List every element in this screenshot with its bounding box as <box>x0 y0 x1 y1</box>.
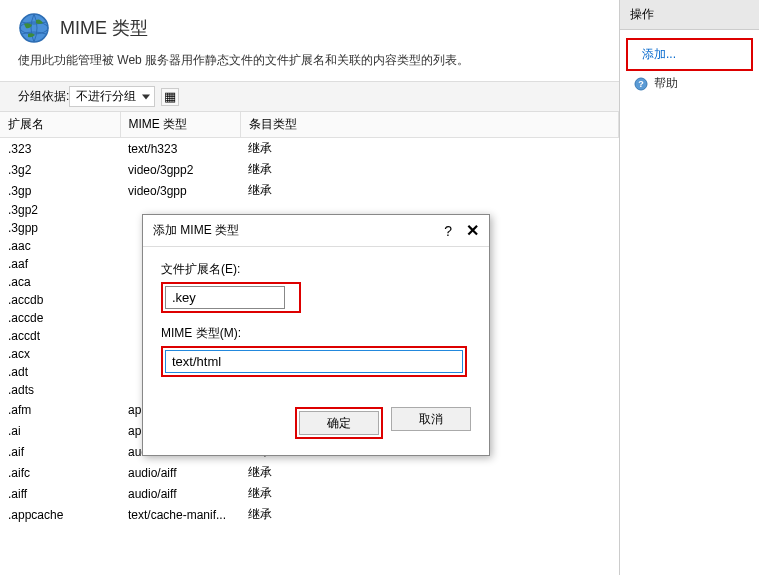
highlight-add: 添加... <box>626 38 753 71</box>
cell-mime: text/h323 <box>120 138 240 160</box>
highlight-mime-input <box>161 346 467 377</box>
cell-ext: .aif <box>0 441 120 462</box>
cell-ext: .accdt <box>0 327 120 345</box>
extension-input[interactable] <box>165 286 285 309</box>
cell-ext: .aiff <box>0 483 120 504</box>
cell-ext: .aifc <box>0 462 120 483</box>
cell-ext: .3gp2 <box>0 201 120 219</box>
cancel-button[interactable]: 取消 <box>391 407 471 431</box>
cell-ext: .afm <box>0 399 120 420</box>
table-row[interactable]: .323text/h323继承 <box>0 138 619 160</box>
table-row[interactable]: .3gpvideo/3gpp继承 <box>0 180 619 201</box>
cell-ext: .aac <box>0 237 120 255</box>
dialog-body: 文件扩展名(E): MIME 类型(M): <box>143 247 489 407</box>
table-row[interactable]: .aiffaudio/aiff继承 <box>0 483 619 504</box>
close-icon[interactable]: ✕ <box>466 221 479 240</box>
mimetype-input[interactable] <box>165 350 463 373</box>
add-action-label: 添加... <box>642 46 676 63</box>
col-entrytype[interactable]: 条目类型 <box>240 112 619 138</box>
cell-ext: .appcache <box>0 504 120 525</box>
cell-mime: audio/aiff <box>120 483 240 504</box>
svg-text:?: ? <box>638 79 644 89</box>
table-row[interactable]: .appcachetext/cache-manif...继承 <box>0 504 619 525</box>
cell-ext: .3g2 <box>0 159 120 180</box>
help-action-link[interactable]: ? 帮助 <box>626 71 753 96</box>
cell-ext: .adts <box>0 381 120 399</box>
page-description: 使用此功能管理被 Web 服务器用作静态文件的文件扩展名和关联的内容类型的列表。 <box>0 52 619 81</box>
cell-ext: .aaf <box>0 255 120 273</box>
dialog-titlebar[interactable]: 添加 MIME 类型 ? ✕ <box>143 215 489 247</box>
ext-field-label: 文件扩展名(E): <box>161 261 471 278</box>
actions-panel: 操作 添加... ? 帮助 <box>620 0 759 575</box>
actions-group: 添加... ? 帮助 <box>620 30 759 104</box>
dialog-controls: ? ✕ <box>444 221 479 240</box>
highlight-ok: 确定 <box>295 407 383 439</box>
help-icon: ? <box>634 77 648 91</box>
cell-entry: 继承 <box>240 180 619 201</box>
table-row[interactable]: .3g2video/3gpp2继承 <box>0 159 619 180</box>
add-mime-dialog: 添加 MIME 类型 ? ✕ 文件扩展名(E): MIME 类型(M): 确定 … <box>142 214 490 456</box>
page-title: MIME 类型 <box>60 16 148 40</box>
cell-mime: video/3gpp2 <box>120 159 240 180</box>
cell-entry: 继承 <box>240 138 619 160</box>
groupby-toolbar: 分组依据: 不进行分组 ▦ <box>0 81 619 112</box>
toolbar-view-button[interactable]: ▦ <box>161 88 179 106</box>
cell-mime: video/3gpp <box>120 180 240 201</box>
groupby-dropdown[interactable]: 不进行分组 <box>69 86 155 107</box>
help-action-label: 帮助 <box>654 75 678 92</box>
page-header: MIME 类型 <box>0 0 619 52</box>
highlight-ext-input <box>161 282 301 313</box>
cell-ext: .3gpp <box>0 219 120 237</box>
cell-ext: .ai <box>0 420 120 441</box>
globe-icon <box>18 12 50 44</box>
ok-button[interactable]: 确定 <box>299 411 379 435</box>
dialog-title: 添加 MIME 类型 <box>153 222 239 239</box>
cell-ext: .acx <box>0 345 120 363</box>
add-action-link[interactable]: 添加... <box>634 42 745 67</box>
cell-ext: .adt <box>0 363 120 381</box>
cell-entry: 继承 <box>240 159 619 180</box>
cell-ext: .aca <box>0 273 120 291</box>
dialog-help-button[interactable]: ? <box>444 223 452 239</box>
dialog-buttons: 确定 取消 <box>143 407 489 455</box>
actions-header: 操作 <box>620 0 759 30</box>
cell-ext: .accde <box>0 309 120 327</box>
cell-mime: text/cache-manif... <box>120 504 240 525</box>
cell-ext: .accdb <box>0 291 120 309</box>
cell-entry: 继承 <box>240 504 619 525</box>
cell-entry: 继承 <box>240 462 619 483</box>
cell-mime: audio/aiff <box>120 462 240 483</box>
col-extension[interactable]: 扩展名 <box>0 112 120 138</box>
table-header-row: 扩展名 MIME 类型 条目类型 <box>0 112 619 138</box>
col-mimetype[interactable]: MIME 类型 <box>120 112 240 138</box>
mime-field-label: MIME 类型(M): <box>161 325 471 342</box>
groupby-label: 分组依据: <box>18 88 69 105</box>
cell-entry: 继承 <box>240 483 619 504</box>
cell-ext: .3gp <box>0 180 120 201</box>
table-row[interactable]: .aifcaudio/aiff继承 <box>0 462 619 483</box>
cell-ext: .323 <box>0 138 120 160</box>
